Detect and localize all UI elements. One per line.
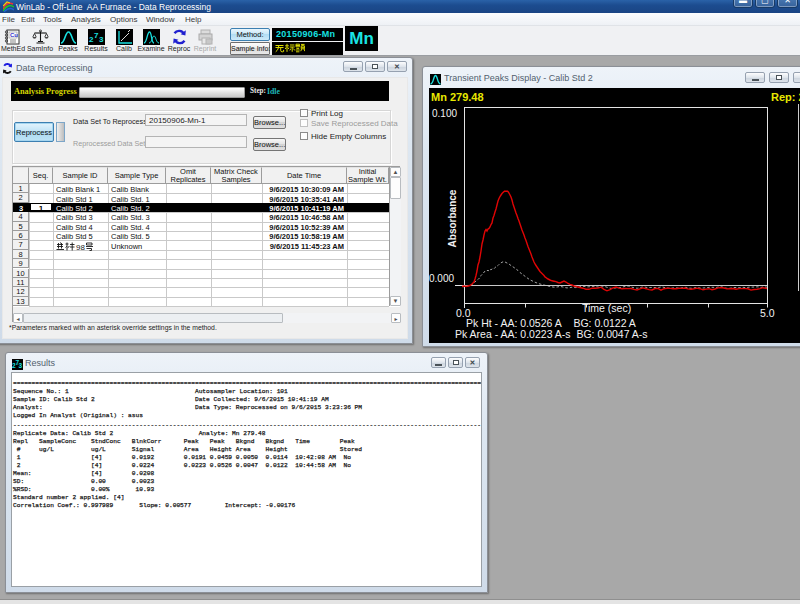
svg-text:3: 3 bbox=[99, 35, 104, 44]
svg-text:Cu: Cu bbox=[10, 32, 18, 38]
svg-text:98: 98 bbox=[76, 243, 85, 252]
svg-text:3: 3 bbox=[19, 362, 23, 369]
